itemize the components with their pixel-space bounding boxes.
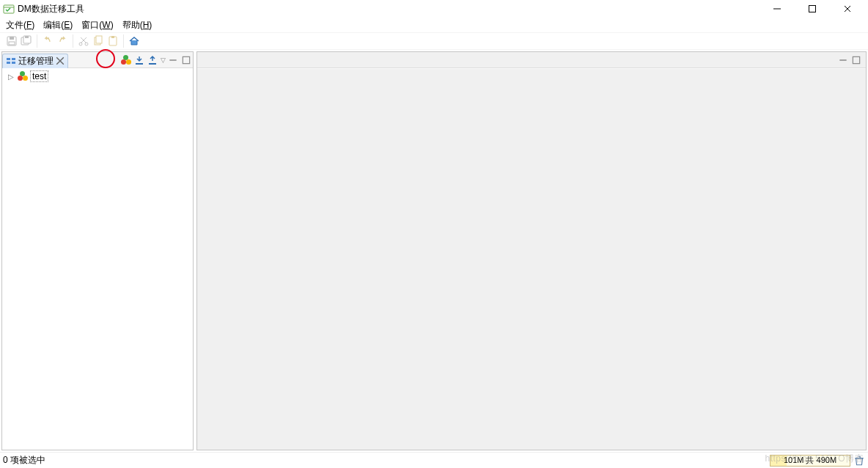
import-icon[interactable] (133, 54, 145, 66)
toolbar-redo-icon[interactable] (56, 34, 69, 48)
toolbar-copy-icon[interactable] (92, 34, 105, 48)
migration-tab-icon (6, 56, 16, 66)
window-maximize-button[interactable] (803, 0, 821, 18)
memory-usage-text: 101M 共 490M (784, 455, 836, 466)
svg-rect-19 (853, 56, 859, 63)
toolbar-save-all-icon[interactable] (20, 34, 33, 48)
panel-minimize-icon[interactable] (167, 54, 179, 66)
svg-rect-17 (12, 62, 15, 64)
toolbar-save-icon[interactable] (5, 34, 18, 48)
title-bar: DM数据迁移工具 (0, 0, 868, 18)
toolbar-undo-icon[interactable] (41, 34, 54, 48)
app-icon (3, 3, 15, 15)
menu-file[interactable]: 文件(F) (3, 19, 37, 32)
editor-maximize-icon[interactable] (850, 54, 862, 66)
editor-empty-content (197, 68, 866, 450)
workspace: 迁移管理 ▽ (0, 50, 868, 452)
tab-close-icon[interactable] (56, 56, 65, 65)
right-panel-tabbar (197, 52, 866, 68)
migration-tree[interactable]: ▷ test (2, 68, 193, 450)
svg-rect-7 (25, 36, 29, 38)
svg-rect-4 (9, 42, 15, 45)
toolbar-cut-icon[interactable] (77, 34, 90, 48)
toolbar-paste-icon[interactable] (106, 34, 119, 48)
svg-rect-14 (7, 58, 10, 60)
left-panel-tabbar: 迁移管理 ▽ (2, 52, 193, 68)
tree-item[interactable]: ▷ test (4, 70, 191, 83)
menu-window[interactable]: 窗口(W) (78, 19, 116, 32)
panel-maximize-icon[interactable] (180, 54, 192, 66)
toolbar-home-icon[interactable] (128, 34, 141, 48)
menu-help[interactable]: 帮助(H) (119, 19, 155, 32)
window-close-button[interactable] (839, 0, 856, 18)
status-selection-text: 0 项被选中 (3, 454, 45, 467)
status-bar: 0 项被选中 101M 共 490M (0, 452, 868, 468)
svg-rect-11 (96, 36, 102, 43)
menu-bar: 文件(F) 编辑(E) 窗口(W) 帮助(H) (0, 18, 868, 32)
editor-area (196, 51, 867, 450)
window-minimize-button[interactable] (768, 0, 786, 18)
svg-rect-3 (10, 37, 14, 40)
window-title: DM数据迁移工具 (18, 3, 84, 15)
svg-rect-15 (7, 62, 10, 64)
view-menu-dropdown-icon[interactable]: ▽ (159, 56, 166, 64)
new-migration-cluster-icon[interactable] (120, 54, 132, 66)
tree-node-label[interactable]: test (30, 70, 48, 82)
menu-edit[interactable]: 编辑(E) (40, 19, 76, 32)
svg-rect-13 (111, 36, 114, 38)
svg-rect-16 (12, 58, 15, 60)
tree-node-cluster-icon (17, 70, 29, 82)
export-icon[interactable] (147, 54, 158, 66)
tab-migration-manager[interactable]: 迁移管理 (2, 54, 68, 68)
gc-trash-icon[interactable] (853, 455, 865, 467)
migration-manager-panel: 迁移管理 ▽ (1, 51, 194, 450)
svg-rect-1 (809, 6, 816, 12)
tab-migration-label: 迁移管理 (18, 55, 54, 67)
tree-expander-icon[interactable]: ▷ (7, 73, 15, 81)
svg-rect-18 (183, 56, 189, 63)
toolbar (0, 32, 868, 50)
editor-minimize-icon[interactable] (837, 54, 849, 66)
memory-usage-bar[interactable]: 101M 共 490M (770, 455, 850, 467)
